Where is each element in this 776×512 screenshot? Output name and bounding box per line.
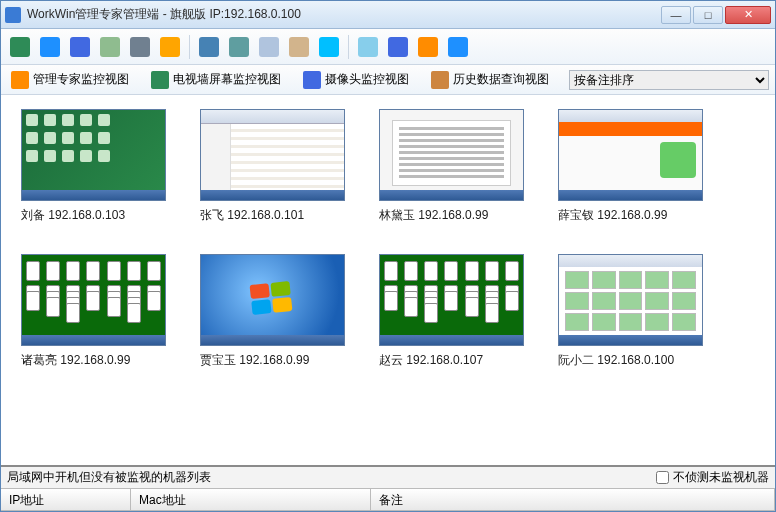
thumbnail-caption: 林黛玉 192.168.0.99: [379, 207, 524, 224]
sort-select-wrap: 按备注排序: [569, 70, 769, 90]
close-button[interactable]: ✕: [725, 6, 771, 24]
col-ip[interactable]: IP地址: [1, 489, 131, 510]
window-title: WorkWin管理专家管理端 - 旗舰版 IP:192.168.0.100: [27, 6, 661, 23]
toolbar: [1, 29, 775, 65]
thumbnail: 刘备 192.168.0.103: [21, 109, 166, 224]
globe-icon[interactable]: [37, 34, 63, 60]
msg-icon: [229, 37, 249, 57]
bottom-panel: 局域网中开机但没有被监视的机器列表 不侦测未监视机器 IP地址 Mac地址 备注: [1, 465, 775, 511]
tab-history-label: 历史数据查询视图: [453, 71, 549, 88]
thumbnail: 赵云 192.168.0.107: [379, 254, 524, 369]
search-icon: [289, 37, 309, 57]
disc-icon: [358, 37, 378, 57]
thumbnail-screen[interactable]: [200, 109, 345, 201]
thumbnail-screen[interactable]: [21, 254, 166, 346]
tab-manager-icon: [11, 71, 29, 89]
thumbnail-caption: 贾宝玉 192.168.0.99: [200, 352, 345, 369]
search-icon[interactable]: [286, 34, 312, 60]
monitor-icon: [10, 37, 30, 57]
mail-icon: [259, 37, 279, 57]
book-icon: [388, 37, 408, 57]
thumbnail: 贾宝玉 192.168.0.99: [200, 254, 345, 369]
screen-icon[interactable]: [67, 34, 93, 60]
users-icon[interactable]: [97, 34, 123, 60]
col-mac[interactable]: Mac地址: [131, 489, 371, 510]
screen-icon: [70, 37, 90, 57]
thumbnail: 阮小二 192.168.0.100: [558, 254, 703, 369]
bottom-columns: IP地址 Mac地址 备注: [1, 489, 775, 511]
no-detect-checkbox[interactable]: [656, 471, 669, 484]
no-detect-checkbox-label[interactable]: 不侦测未监视机器: [656, 469, 769, 486]
thumbnail-caption: 赵云 192.168.0.107: [379, 352, 524, 369]
display-icon: [199, 37, 219, 57]
tab-tv[interactable]: 电视墙屏幕监控视图: [147, 69, 285, 91]
network-icon[interactable]: [316, 34, 342, 60]
thumbnail-screen[interactable]: [21, 109, 166, 201]
help-icon[interactable]: [445, 34, 471, 60]
thumbnail-screen[interactable]: [558, 109, 703, 201]
thumbnail-screen[interactable]: [558, 254, 703, 346]
thumbnail-caption: 张飞 192.168.0.101: [200, 207, 345, 224]
folder-icon: [160, 37, 180, 57]
help-icon: [448, 37, 468, 57]
contact-icon: [418, 37, 438, 57]
thumbnail: 张飞 192.168.0.101: [200, 109, 345, 224]
bottom-panel-title: 局域网中开机但没有被监视的机器列表: [7, 469, 656, 486]
tab-tv-label: 电视墙屏幕监控视图: [173, 71, 281, 88]
thumbnail: 林黛玉 192.168.0.99: [379, 109, 524, 224]
contact-icon[interactable]: [415, 34, 441, 60]
thumbnail-caption: 阮小二 192.168.0.100: [558, 352, 703, 369]
app-window: WorkWin管理专家管理端 - 旗舰版 IP:192.168.0.100 — …: [0, 0, 776, 512]
thumbnail-caption: 诸葛亮 192.168.0.99: [21, 352, 166, 369]
tab-camera-label: 摄像头监控视图: [325, 71, 409, 88]
tab-tv-icon: [151, 71, 169, 89]
globe-icon: [40, 37, 60, 57]
msg-icon[interactable]: [226, 34, 252, 60]
thumbnail: 诸葛亮 192.168.0.99: [21, 254, 166, 369]
tab-camera[interactable]: 摄像头监控视图: [299, 69, 413, 91]
folder-icon[interactable]: [157, 34, 183, 60]
list-icon[interactable]: [127, 34, 153, 60]
sort-select[interactable]: 按备注排序: [569, 70, 769, 90]
tab-history[interactable]: 历史数据查询视图: [427, 69, 553, 91]
users-icon: [100, 37, 120, 57]
network-icon: [319, 37, 339, 57]
tab-manager[interactable]: 管理专家监控视图: [7, 69, 133, 91]
tab-history-icon: [431, 71, 449, 89]
monitor-icon[interactable]: [7, 34, 33, 60]
thumbnail: 薛宝钗 192.168.0.99: [558, 109, 703, 224]
thumbnail-screen[interactable]: [379, 254, 524, 346]
maximize-button[interactable]: □: [693, 6, 723, 24]
thumbnail-caption: 薛宝钗 192.168.0.99: [558, 207, 703, 224]
thumbnail-screen[interactable]: [200, 254, 345, 346]
display-icon[interactable]: [196, 34, 222, 60]
thumbnail-caption: 刘备 192.168.0.103: [21, 207, 166, 224]
thumbnail-screen[interactable]: [379, 109, 524, 201]
thumbnail-area: 刘备 192.168.0.103张飞 192.168.0.101林黛玉 192.…: [1, 95, 775, 465]
mail-icon[interactable]: [256, 34, 282, 60]
tab-camera-icon: [303, 71, 321, 89]
disc-icon[interactable]: [355, 34, 381, 60]
list-icon: [130, 37, 150, 57]
minimize-button[interactable]: —: [661, 6, 691, 24]
book-icon[interactable]: [385, 34, 411, 60]
tab-manager-label: 管理专家监控视图: [33, 71, 129, 88]
titlebar: WorkWin管理专家管理端 - 旗舰版 IP:192.168.0.100 — …: [1, 1, 775, 29]
view-tabs-bar: 管理专家监控视图电视墙屏幕监控视图摄像头监控视图历史数据查询视图 按备注排序: [1, 65, 775, 95]
app-icon: [5, 7, 21, 23]
col-note[interactable]: 备注: [371, 489, 775, 510]
